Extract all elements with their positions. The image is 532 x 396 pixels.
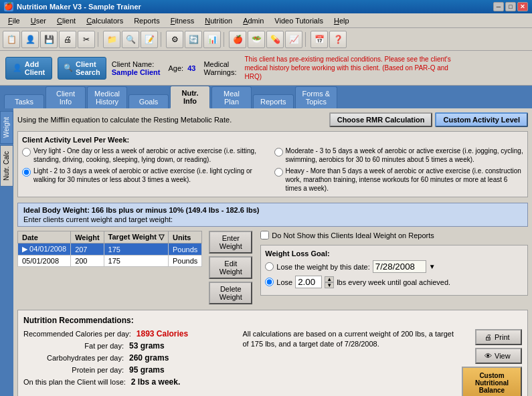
lose-by-date-option: Lose the weight by this date: ▼ [265,260,523,273]
weight-table: Date Weight Target Weight ▽ Units ▶ 04/0… [17,231,202,267]
toolbar-btn-2[interactable]: 👤 [21,31,39,48]
menu-nutrition[interactable]: Nutrition [199,15,238,26]
menu-client[interactable]: Client [52,15,81,26]
toolbar-btn-13[interactable]: 🥗 [248,31,265,48]
search-icon: 🔍 [64,64,73,72]
weight-right: Do Not Show this Clients Ideal Weight on… [260,231,528,304]
lose-value: 2 lbs a week. [131,377,180,387]
activity-radio-heavy[interactable] [274,168,283,177]
side-tab-weight[interactable]: Weight [0,111,13,144]
side-tab-nutr-calc[interactable]: Nutr. Calc [0,145,13,187]
toolbar-btn-7[interactable]: 🔍 [122,31,139,48]
spinner-down[interactable]: ▼ [325,282,334,288]
print-label: Print [495,333,510,341]
menu-calculators[interactable]: Calculators [81,15,128,26]
custom-balance-label: Custom NutritionalBalance [475,372,509,394]
table-row[interactable]: ▶ 04/01/2008 207 175 Pounds [18,243,202,256]
rmr-text: Using the Mifflin equation to calculate … [17,116,232,124]
lose-by-radio[interactable] [265,262,274,271]
menu-video-tutorials[interactable]: Video Tutorials [269,15,329,26]
loss-goal-section: Weight Loss Goal: Lose the weight by thi… [260,245,528,296]
toolbar-btn-11[interactable]: 📊 [203,31,221,48]
add-client-button[interactable]: 👤 Add Client [5,57,52,80]
toolbar-btn-15[interactable]: 📈 [285,31,302,48]
minimize-button[interactable]: ─ [493,2,504,11]
view-button[interactable]: 👁 View [475,348,522,364]
main-content: Using the Mifflin equation to calculate … [13,108,532,396]
tab-tasks[interactable]: Tasks [4,94,44,108]
add-client-icon: 👤 [13,64,22,72]
side-tabs: Weight Nutr. Calc [0,108,13,396]
activity-option-moderate: Moderate - 3 to 5 days a week of aerobic… [274,146,524,164]
carb-row: Carbohydrates per day: 260 grams [23,353,236,363]
edit-weight-button[interactable]: EditWeight [209,256,252,279]
close-button[interactable]: ✕ [517,2,528,11]
lose-label: Lose [276,278,292,286]
menu-help[interactable]: Help [329,15,355,26]
activity-option-light: Light - 2 to 3 days a week of aerobic or… [22,167,272,193]
menu-user[interactable]: User [25,15,52,26]
tab-medical-history[interactable]: MedicalHistory [87,86,127,108]
col-units: Units [168,231,201,243]
menu-fitness[interactable]: Fitness [165,15,199,26]
toolbar-btn-12[interactable]: 🍎 [229,31,246,48]
warnings-label: Medical Warnings: [203,60,236,76]
tab-goals[interactable]: Goals [128,94,169,108]
custom-balance-button[interactable]: Custom NutritionalBalance [462,367,522,396]
tab-nutr-info[interactable]: Nutr.Info [170,86,210,108]
toolbar-btn-14[interactable]: 💊 [266,31,284,48]
toolbar-btn-4[interactable]: 🖨 [59,31,76,48]
toolbar-btn-8[interactable]: 📝 [141,31,158,48]
activity-radio-very-light[interactable] [22,148,31,157]
toolbar-btn-6[interactable]: 📁 [103,31,120,48]
menu-file[interactable]: File [3,15,25,26]
lose-label: On this plan the Client will lose: [23,378,126,386]
maximize-button[interactable]: □ [505,2,516,11]
cell-units: Pounds [168,243,201,256]
toolbar-btn-3[interactable]: 💾 [40,31,58,48]
client-search-button[interactable]: 🔍 Client Search [58,57,106,80]
delete-weight-button[interactable]: DeleteWeight [209,282,252,304]
choose-rmr-button[interactable]: Choose RMR Calculation [329,112,433,127]
spinner-up[interactable]: ▲ [325,276,334,282]
activity-radio-light[interactable] [22,168,31,177]
cell-weight: 207 [71,243,104,256]
title-bar: 🍎 Nutrition Maker V3 - Sample Trainer ─ … [0,0,532,13]
recommended-label: Recommended Calories per day: [23,330,131,338]
tab-reports[interactable]: Reports [253,94,294,108]
menu-admin[interactable]: Admin [238,15,269,26]
toolbar-btn-16[interactable]: 📅 [311,31,328,48]
protein-label: Protein per day: [23,366,124,374]
toolbar-btn-10[interactable]: 🔄 [185,31,202,48]
lose-by-date-input[interactable] [373,260,426,273]
enter-weight-button[interactable]: EnterWeight [209,231,252,254]
col-weight: Weight [71,231,104,243]
toolbar-btn-17[interactable]: ❓ [329,31,347,48]
main-wrapper: Weight Nutr. Calc Using the Mifflin equa… [0,108,532,396]
tab-forms-topics[interactable]: Forms &Topics [295,86,338,108]
age-value: 43 [187,64,195,72]
lose-row: On this plan the Client will lose: 2 lbs… [23,377,236,387]
lose-weekly-radio[interactable] [265,278,274,286]
toolbar-btn-9[interactable]: ⚙ [166,31,183,48]
toolbar-btn-5[interactable]: ✂ [78,31,95,48]
menu-reports[interactable]: Reports [128,15,165,26]
lose-amount-input[interactable] [295,276,322,288]
tab-navigation: Tasks ClientInfo MedicalHistory Goals Nu… [0,86,532,108]
do-not-show-option: Do Not Show this Clients Ideal Weight on… [260,231,528,239]
add-client-label: Add Client [25,60,46,76]
recommended-value: 1893 Calories [137,329,188,338]
client-info: Client Name: Sample Client Age: 43 Medic… [112,55,459,81]
tab-client-info[interactable]: ClientInfo [46,86,86,108]
do-not-show-checkbox[interactable] [260,231,269,239]
toolbar-btn-1[interactable]: 📋 [3,31,20,48]
toolbar: 📋 👤 💾 🖨 ✂ 📁 🔍 📝 ⚙ 🔄 📊 🍎 🥗 💊 📈 📅 ❓ [0,28,532,51]
table-row[interactable]: 05/01/2008 200 175 Pounds [18,256,202,267]
weight-area: Date Weight Target Weight ▽ Units ▶ 04/0… [17,231,528,304]
weight-buttons: EnterWeight EditWeight DeleteWeight [209,231,252,304]
print-button[interactable]: 🖨 Print [475,329,522,345]
activity-section: Client Activity Level Per Week: Very lig… [17,131,528,197]
activity-radio-moderate[interactable] [274,148,283,157]
custom-activity-button[interactable]: Custom Activity Level [435,112,528,127]
tab-meal-plan[interactable]: MealPlan [211,86,252,108]
